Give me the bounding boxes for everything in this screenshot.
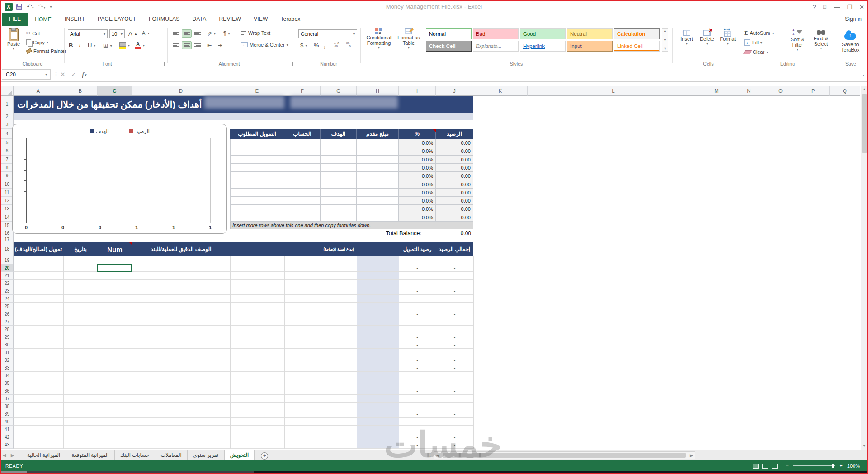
- table1-cell-r6-c1[interactable]: [284, 147, 321, 155]
- row-header-20[interactable]: 20: [1, 264, 14, 272]
- ribbon-tab-review[interactable]: REVIEW: [212, 13, 247, 26]
- bottom-align-icon[interactable]: [193, 29, 203, 38]
- row-header-11[interactable]: 11: [1, 189, 14, 197]
- prev-sheet-icon[interactable]: ◀: [3, 450, 6, 461]
- format-as-table-button[interactable]: Format as Table▾: [395, 28, 422, 50]
- row-header-30[interactable]: 30: [1, 341, 14, 349]
- sign-in-link[interactable]: Sign in: [845, 13, 862, 26]
- bold-button[interactable]: B: [69, 42, 73, 49]
- row-header-16[interactable]: 16: [1, 229, 14, 237]
- row-header-26[interactable]: 26: [1, 310, 14, 318]
- table1-cell-r8-c3[interactable]: [357, 164, 399, 172]
- table2-funding-balance-cell[interactable]: -: [399, 310, 436, 318]
- clipboard-dialog-launcher[interactable]: [59, 62, 63, 66]
- increase-indent-icon[interactable]: ⇥: [218, 42, 222, 48]
- ribbon-tab-view[interactable]: VIEW: [247, 13, 274, 26]
- sort-filter-button[interactable]: AZ Sort & Filter▾: [787, 29, 808, 52]
- column-header-D[interactable]: D: [132, 86, 230, 96]
- page-break-view-icon[interactable]: [772, 464, 778, 469]
- row-header-13[interactable]: 13: [1, 205, 14, 213]
- grow-font-icon[interactable]: A▲: [128, 30, 137, 37]
- column-header-C[interactable]: C: [98, 86, 132, 96]
- row-header-19[interactable]: 19: [1, 256, 14, 264]
- table1-cell-r12-c5[interactable]: 0.00: [436, 197, 473, 205]
- format-painter-button[interactable]: Format Painter: [26, 48, 66, 54]
- table2-total-balance-cell[interactable]: -: [436, 395, 473, 403]
- table2-funding-balance-cell[interactable]: -: [399, 372, 436, 379]
- table1-cell-r5-c1[interactable]: [284, 139, 321, 147]
- table2-total-balance-cell[interactable]: -: [436, 318, 473, 326]
- row-header-7[interactable]: 7: [1, 156, 14, 164]
- table2-funding-balance-cell[interactable]: -: [399, 333, 436, 341]
- active-cell-selection[interactable]: [97, 264, 132, 272]
- sheet-tab-2[interactable]: حسابات البنك: [115, 450, 156, 461]
- number-dialog-launcher[interactable]: [354, 62, 359, 66]
- cut-button[interactable]: ✂Cut: [26, 30, 40, 36]
- delete-cells-button[interactable]: ✕ Delete▾: [697, 29, 717, 46]
- vertical-scroll-thumb[interactable]: [862, 94, 867, 153]
- table2-total-balance-cell[interactable]: -: [436, 303, 473, 310]
- orientation-icon[interactable]: ⇗▾: [207, 30, 216, 37]
- column-header-A[interactable]: A: [14, 86, 63, 96]
- row-header-41[interactable]: 41: [1, 426, 14, 433]
- percent-style-icon[interactable]: %: [314, 42, 319, 49]
- table1-cell-r10-c5[interactable]: 0.00: [436, 180, 473, 189]
- cell-style-hyperlink[interactable]: Hyperlink: [520, 41, 566, 52]
- row-header-24[interactable]: 24: [1, 295, 14, 303]
- table2-total-balance-cell[interactable]: -: [436, 295, 473, 303]
- wrap-text-button[interactable]: Wrap Text: [241, 30, 270, 36]
- table2-funding-balance-cell[interactable]: -: [399, 326, 436, 333]
- column-header-I[interactable]: I: [399, 86, 436, 96]
- underline-button[interactable]: U▾: [88, 42, 95, 49]
- table1-cell-r9-c4[interactable]: 0.0%: [399, 172, 436, 180]
- table2-total-balance-cell[interactable]: -: [436, 326, 473, 333]
- table1-cell-r5-c5[interactable]: 0.00: [436, 139, 473, 147]
- sheet-tab-1[interactable]: الميزانية المتوقعة: [66, 450, 114, 461]
- alignment-dialog-launcher[interactable]: [288, 62, 293, 66]
- table1-cell-r5-c2[interactable]: [321, 139, 357, 147]
- table1-note-row[interactable]: Insert more rows above this one and then…: [230, 222, 473, 229]
- table2-funding-balance-cell[interactable]: -: [399, 303, 436, 310]
- table1-cell-r8-c1[interactable]: [284, 164, 321, 172]
- decrease-decimal-icon[interactable]: .00→.0: [345, 42, 351, 48]
- savings-goals-chart[interactable]: الهدفالرصيد000111: [12, 124, 227, 234]
- row-header-34[interactable]: 34: [1, 372, 14, 379]
- ribbon-tab-home[interactable]: HOME: [28, 13, 58, 26]
- table2-funding-balance-cell[interactable]: -: [399, 318, 436, 326]
- enter-icon[interactable]: ✓: [69, 69, 79, 80]
- table1-cell-r6-c4[interactable]: 0.0%: [399, 147, 436, 155]
- table1-cell-r6-c2[interactable]: [321, 147, 357, 155]
- table2-total-balance-cell[interactable]: -: [436, 333, 473, 341]
- table1-cell-r8-c2[interactable]: [321, 164, 357, 172]
- table1-cell-r10-c2[interactable]: [321, 180, 357, 189]
- table1-cell-r14-c1[interactable]: [284, 213, 321, 222]
- row-header-27[interactable]: 27: [1, 318, 14, 326]
- align-right-icon[interactable]: [193, 41, 203, 49]
- row-header-10[interactable]: 10: [1, 180, 14, 189]
- font-size-select[interactable]: 10▾: [109, 29, 125, 38]
- table1-cell-r11-c1[interactable]: [284, 189, 321, 197]
- table2-total-balance-cell[interactable]: -: [436, 364, 473, 372]
- new-sheet-icon[interactable]: +: [261, 452, 268, 460]
- table2-total-balance-cell[interactable]: -: [436, 379, 473, 387]
- table1-cell-r9-c1[interactable]: [284, 172, 321, 180]
- row-header-6[interactable]: 6: [1, 147, 14, 155]
- cell-style-linked-cell[interactable]: Linked Cell: [614, 41, 660, 52]
- table1-cell-r14-c2[interactable]: [321, 213, 357, 222]
- table1-cell-r7-c4[interactable]: 0.0%: [399, 156, 436, 164]
- column-header-O[interactable]: O: [764, 86, 797, 96]
- table2-total-balance-cell[interactable]: -: [436, 341, 473, 349]
- table1-cell-r10-c3[interactable]: [357, 180, 399, 189]
- table1-cell-r12-c1[interactable]: [284, 197, 321, 205]
- table2-total-balance-cell[interactable]: -: [436, 287, 473, 295]
- font-name-select[interactable]: Arial▾: [68, 29, 108, 38]
- row-header-18[interactable]: 18: [1, 242, 14, 256]
- table1-cell-r6-c0[interactable]: [230, 147, 284, 155]
- zoom-level[interactable]: 100%: [847, 463, 860, 469]
- cell-style-neutral[interactable]: Neutral: [567, 28, 613, 39]
- table1-cell-r11-c0[interactable]: [230, 189, 284, 197]
- table2-total-balance-cell[interactable]: -: [436, 256, 473, 264]
- column-header-N[interactable]: N: [734, 86, 764, 96]
- cell-style-explanato-[interactable]: Explanato...: [473, 41, 519, 52]
- top-align-icon[interactable]: [171, 29, 181, 38]
